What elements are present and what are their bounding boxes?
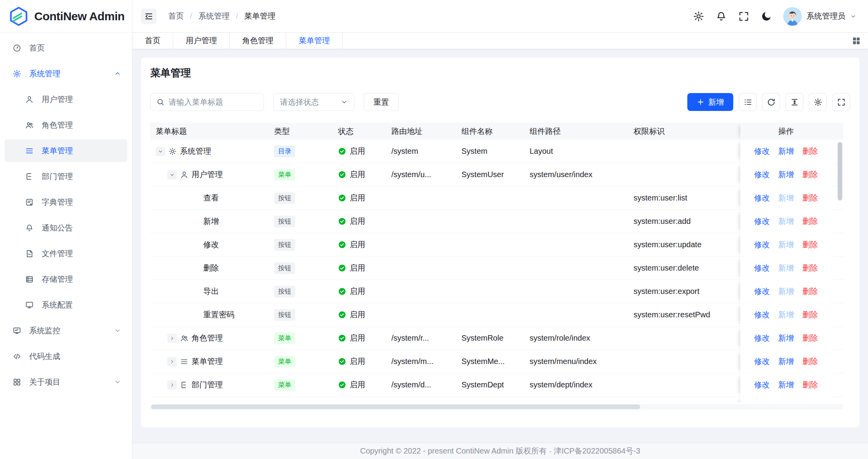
sidebar-item-sys-monitor[interactable]: 系统监控 xyxy=(5,319,127,342)
add-link[interactable]: 新增 xyxy=(778,169,794,180)
breadcrumb-home[interactable]: 首页 xyxy=(168,11,184,21)
sidebar-item-role-mgmt[interactable]: 角色管理 xyxy=(5,114,127,136)
tab-2[interactable]: 角色管理 xyxy=(230,33,286,49)
delete-link[interactable]: 删除 xyxy=(803,169,818,180)
delete-link[interactable]: 删除 xyxy=(803,356,818,367)
cell-permission: system:user:export xyxy=(627,287,740,296)
edit-link[interactable]: 修改 xyxy=(754,146,770,157)
toolbar-settings-button[interactable] xyxy=(809,93,827,111)
tab-list-button[interactable] xyxy=(852,36,861,46)
edit-link[interactable]: 修改 xyxy=(754,169,770,180)
delete-link[interactable]: 删除 xyxy=(803,380,818,390)
toolbar-list-button[interactable] xyxy=(739,93,757,111)
user-menu[interactable]: 系统管理员 xyxy=(783,7,856,26)
edit-link[interactable]: 修改 xyxy=(754,239,770,250)
delete-link[interactable]: 删除 xyxy=(803,310,818,320)
delete-link[interactable]: 删除 xyxy=(803,146,818,157)
main-area: 首页 / 系统管理 / 菜单管理 xyxy=(132,0,868,459)
app-root: ContiNew Admin 首页系统管理用户管理角色管理菜单管理部门管理字典管… xyxy=(0,0,868,459)
edit-link[interactable]: 修改 xyxy=(754,216,770,227)
delete-link[interactable]: 删除 xyxy=(803,286,818,297)
bell-icon xyxy=(25,223,34,232)
cell-operations: 修改新增删除 xyxy=(740,350,832,373)
col-status: 状态 xyxy=(333,126,382,137)
sidebar-item-code-gen[interactable]: 代码生成 xyxy=(5,345,127,368)
delete-link[interactable]: 删除 xyxy=(803,193,818,203)
sidebar-item-system[interactable]: 系统管理 xyxy=(5,62,127,85)
breadcrumb-system[interactable]: 系统管理 xyxy=(199,11,230,21)
add-button[interactable]: 新增 xyxy=(687,93,733,111)
menu-title-text: 用户管理 xyxy=(192,169,223,180)
edit-link[interactable]: 修改 xyxy=(754,333,770,343)
cell-type: 按钮 xyxy=(271,309,333,321)
delete-link[interactable]: 删除 xyxy=(803,239,818,250)
status-select[interactable]: 请选择状态 xyxy=(273,93,354,111)
theme-button[interactable] xyxy=(761,11,772,22)
edit-link[interactable]: 修改 xyxy=(754,356,770,367)
edit-link[interactable]: 修改 xyxy=(754,286,770,297)
cell-menu-title: 重置密码 xyxy=(150,310,271,320)
delete-link[interactable]: 删除 xyxy=(803,263,818,273)
expand-toggle[interactable] xyxy=(167,357,177,366)
settings-button[interactable] xyxy=(693,11,704,22)
sidebar-item-menu-mgmt[interactable]: 菜单管理 xyxy=(5,139,127,162)
grid-icon xyxy=(12,378,21,387)
delete-link[interactable]: 删除 xyxy=(803,333,818,343)
expand-toggle[interactable] xyxy=(167,380,177,390)
col-operations: 操作 xyxy=(740,123,832,140)
code-icon xyxy=(12,352,21,361)
cell-status: 启用 xyxy=(333,380,382,390)
menu-title-text: 查看 xyxy=(203,193,219,203)
search-input[interactable] xyxy=(169,98,258,107)
sidebar-collapse-button[interactable] xyxy=(141,9,157,24)
reset-button[interactable]: 重置 xyxy=(364,93,399,111)
vertical-scrollbar[interactable] xyxy=(838,142,842,200)
sidebar-item-about[interactable]: 关于项目 xyxy=(5,371,127,393)
sidebar-item-storage-mgmt[interactable]: 存储管理 xyxy=(5,268,127,290)
sidebar-item-notice[interactable]: 通知公告 xyxy=(5,216,127,239)
tab-3[interactable]: 菜单管理 xyxy=(286,33,343,49)
expand-toggle[interactable] xyxy=(167,170,177,179)
add-link[interactable]: 新增 xyxy=(778,333,794,343)
col-path: 组件路径 xyxy=(520,126,627,137)
edit-link[interactable]: 修改 xyxy=(754,263,770,273)
sidebar-item-user-mgmt[interactable]: 用户管理 xyxy=(5,88,127,111)
edit-link[interactable]: 修改 xyxy=(754,310,770,320)
menu-title-text: 系统管理 xyxy=(180,146,211,157)
cell-path: system/dept/index xyxy=(520,380,627,389)
expand-toggle[interactable] xyxy=(167,334,177,343)
tree-icon xyxy=(180,381,188,389)
menu-title-search[interactable] xyxy=(150,93,264,111)
toolbar-refresh-button[interactable] xyxy=(762,93,780,111)
tab-0[interactable]: 首页 xyxy=(132,33,173,49)
sidebar-item-dept-mgmt[interactable]: 部门管理 xyxy=(5,165,127,188)
toolbar-line-height-button[interactable] xyxy=(785,93,803,111)
toolbar-fullscreen-button[interactable] xyxy=(832,93,850,111)
list-icon xyxy=(743,98,752,107)
fullscreen-button[interactable] xyxy=(738,11,750,22)
menu-title-text: 新增 xyxy=(203,216,219,227)
user-name: 系统管理员 xyxy=(806,11,845,21)
menu-icon xyxy=(180,357,188,366)
notifications-button[interactable] xyxy=(715,11,727,22)
add-link[interactable]: 新增 xyxy=(778,380,794,390)
sidebar-item-dict-mgmt[interactable]: 字典管理 xyxy=(5,191,127,213)
table-toolbar: 新增 xyxy=(687,93,850,111)
expand-toggle[interactable] xyxy=(156,147,165,156)
edit-link[interactable]: 修改 xyxy=(754,380,770,390)
delete-link[interactable]: 删除 xyxy=(803,216,818,227)
cell-menu-title: 菜单管理 xyxy=(150,356,271,367)
sidebar-item-home[interactable]: 首页 xyxy=(5,37,127,59)
tab-1[interactable]: 用户管理 xyxy=(173,33,230,49)
cell-component: SystemUser xyxy=(452,170,520,179)
add-link[interactable]: 新增 xyxy=(778,356,794,367)
add-link[interactable]: 新增 xyxy=(778,146,794,157)
cell-status: 启用 xyxy=(333,193,382,203)
check-circle-icon xyxy=(338,264,346,272)
cell-type: 按钮 xyxy=(271,239,333,251)
sidebar-item-file-mgmt[interactable]: 文件管理 xyxy=(5,242,127,265)
sidebar-item-sys-config[interactable]: 系统配置 xyxy=(5,294,127,316)
edit-link[interactable]: 修改 xyxy=(754,193,770,203)
horizontal-scrollbar[interactable] xyxy=(151,404,640,409)
tabbar: 首页用户管理角色管理菜单管理 xyxy=(132,33,868,49)
